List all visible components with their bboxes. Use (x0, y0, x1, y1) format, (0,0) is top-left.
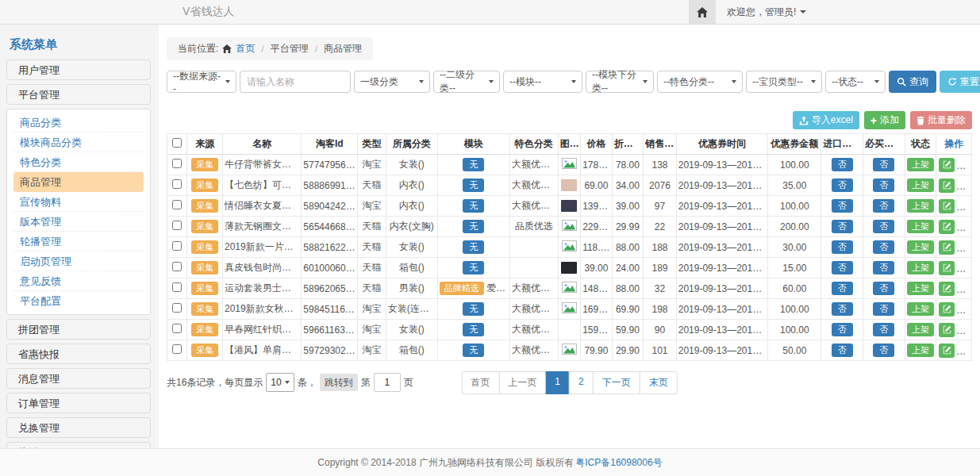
status-badge[interactable]: 上架 (907, 199, 934, 213)
edit-button[interactable] (939, 261, 955, 275)
home-button[interactable] (689, 0, 716, 24)
must-buy-badge[interactable]: 否 (873, 240, 894, 255)
sidebar-group-拼团管理[interactable]: 拼团管理 (6, 319, 151, 340)
import-select-badge[interactable]: 否 (832, 323, 853, 337)
import-select-badge[interactable]: 否 (832, 158, 853, 172)
sidebar-item-平台配置[interactable]: 平台配置 (13, 291, 144, 311)
filter-select-category-l1[interactable]: 一级分类 (354, 71, 430, 93)
filter-select-module-sub[interactable]: --模块下分类-- (586, 71, 654, 93)
must-buy-badge[interactable]: 否 (873, 199, 894, 213)
filter-select-item-type[interactable]: --宝贝类型-- (746, 71, 822, 93)
filter-select-module[interactable]: --模块-- (503, 71, 582, 93)
must-buy-badge[interactable]: 否 (873, 282, 894, 296)
status-badge[interactable]: 上架 (907, 261, 934, 275)
row-checkbox[interactable] (172, 179, 182, 189)
sidebar-group-省惠快报[interactable]: 省惠快报 (6, 344, 151, 364)
must-buy-badge[interactable]: 否 (873, 344, 894, 358)
sidebar-item-版本管理[interactable]: 版本管理 (13, 212, 144, 232)
filter-select-status[interactable]: --状态-- (825, 71, 886, 93)
row-checkbox[interactable] (172, 241, 182, 251)
must-buy-badge[interactable]: 否 (873, 158, 894, 172)
status-badge[interactable]: 上架 (907, 323, 934, 337)
edit-button[interactable] (939, 323, 955, 337)
edit-button[interactable] (939, 220, 955, 234)
filter-select-data-source[interactable]: --数据来源-- (167, 71, 236, 93)
sidebar-group-兑换管理[interactable]: 兑换管理 (6, 417, 151, 438)
row-checkbox[interactable] (172, 221, 182, 230)
status-badge[interactable]: 上架 (907, 282, 934, 296)
import-select-badge[interactable]: 否 (832, 282, 853, 296)
row-checkbox[interactable] (172, 262, 182, 271)
import-select-badge[interactable]: 否 (832, 261, 853, 275)
sidebar-item-商品管理[interactable]: 商品管理 (13, 172, 144, 192)
filter-select-feature[interactable]: --特色分类-- (657, 71, 743, 93)
add-button[interactable]: + 添加 (864, 111, 905, 129)
status-badge[interactable]: 上架 (907, 302, 934, 317)
edit-button[interactable] (939, 178, 955, 193)
status-badge[interactable]: 上架 (907, 158, 934, 172)
sidebar-item-商品分类[interactable]: 商品分类 (13, 113, 144, 132)
cell-source: 采集 (187, 196, 223, 217)
sidebar-item-模块商品分类[interactable]: 模块商品分类 (13, 132, 144, 152)
cell-coupon-time: 2019-09-13—2019-09-17 (676, 217, 768, 237)
pager-button-下一页[interactable]: 下一页 (593, 371, 640, 394)
edit-button[interactable] (939, 344, 955, 358)
breadcrumb-home-link[interactable]: 首页 (236, 42, 255, 56)
jump-button[interactable]: 跳转到 (320, 374, 358, 391)
select-all-checkbox[interactable] (172, 138, 182, 148)
edit-icon (943, 263, 951, 272)
status-badge[interactable]: 上架 (907, 220, 934, 234)
sidebar-item-轮播管理[interactable]: 轮播管理 (13, 232, 144, 251)
user-menu[interactable]: 欢迎您，管理员! (727, 6, 806, 19)
cell-product-name: 2019新款一片式系... (222, 237, 301, 258)
edit-button[interactable] (939, 282, 955, 296)
edit-button[interactable] (939, 302, 955, 317)
import-select-badge[interactable]: 否 (832, 302, 853, 317)
row-checkbox[interactable] (172, 200, 182, 209)
jump-page-input[interactable] (374, 373, 401, 392)
import-select-badge[interactable]: 否 (832, 199, 853, 213)
name-search-input[interactable] (240, 71, 351, 93)
import-select-badge[interactable]: 否 (832, 178, 853, 193)
must-buy-badge[interactable]: 否 (873, 220, 894, 234)
sidebar-item-启动页管理[interactable]: 启动页管理 (13, 251, 144, 271)
must-buy-badge[interactable]: 否 (873, 302, 894, 317)
must-buy-badge[interactable]: 否 (873, 261, 894, 275)
sidebar-item-特色分类[interactable]: 特色分类 (13, 152, 144, 172)
icp-link[interactable]: 粤ICP备16098006号 (575, 456, 662, 470)
pager-button-2[interactable]: 2 (569, 371, 594, 394)
status-badge[interactable]: 上架 (907, 178, 934, 193)
batch-delete-button[interactable]: 批量删除 (910, 111, 972, 129)
edit-button[interactable] (939, 240, 955, 255)
sidebar-group-平台管理[interactable]: 平台管理 (6, 84, 151, 105)
select-caret-icon (489, 80, 494, 83)
pager-button-末页[interactable]: 末页 (640, 371, 678, 394)
sidebar-group-消息管理[interactable]: 消息管理 (6, 368, 151, 389)
row-checkbox[interactable] (172, 282, 182, 292)
row-checkbox[interactable] (172, 159, 182, 168)
edit-icon (943, 325, 951, 334)
edit-button[interactable] (939, 158, 955, 172)
row-checkbox[interactable] (172, 303, 182, 313)
import-select-badge[interactable]: 否 (832, 344, 853, 358)
sidebar-item-意见反馈[interactable]: 意见反馈 (13, 271, 144, 291)
import-excel-button[interactable]: 导入excel (793, 111, 859, 129)
row-checkbox[interactable] (172, 324, 182, 333)
filter-select-category-l2[interactable]: --二级分类-- (433, 71, 500, 93)
import-select-badge[interactable]: 否 (832, 220, 853, 234)
sidebar-group-统计管理[interactable]: 统计管理 (6, 442, 151, 448)
edit-button[interactable] (939, 199, 955, 213)
page-size-select[interactable]: 10 (266, 373, 294, 392)
sidebar-item-宣传物料[interactable]: 宣传物料 (13, 192, 144, 212)
search-button[interactable]: 查询 (889, 71, 936, 93)
sidebar-group-订单管理[interactable]: 订单管理 (6, 393, 151, 413)
pager-button-1[interactable]: 1 (545, 371, 570, 394)
must-buy-badge[interactable]: 否 (873, 323, 894, 337)
status-badge[interactable]: 上架 (907, 344, 934, 358)
must-buy-badge[interactable]: 否 (873, 178, 894, 193)
import-select-badge[interactable]: 否 (832, 240, 853, 255)
sidebar-group-用户管理[interactable]: 用户管理 (6, 60, 151, 80)
reset-button[interactable]: 重置 (940, 71, 980, 93)
status-badge[interactable]: 上架 (907, 240, 934, 255)
row-checkbox[interactable] (172, 344, 182, 354)
